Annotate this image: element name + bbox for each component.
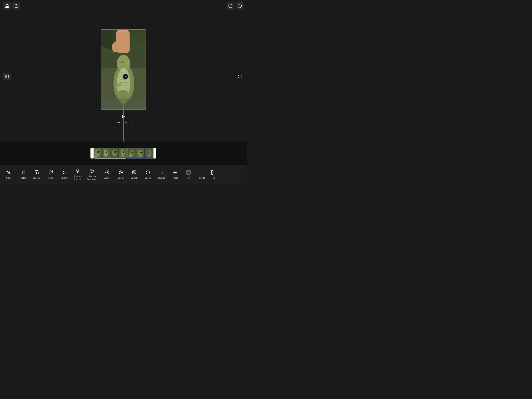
svg-point-31 [114,151,116,153]
tool-flip-h[interactable]: Flip H [195,169,209,181]
undo-button[interactable] [227,2,234,10]
replace-label: Replace [47,177,55,179]
looks-icon [119,170,123,176]
clip-container: 09 [93,148,127,158]
fill-label: Fill [187,177,190,179]
svg-marker-61 [161,171,163,174]
freeze-label: Freeze [172,177,178,179]
remove-background-label: RemoveBackground [87,175,98,181]
timestamp-left: 09 [94,156,96,158]
looks-label: Looks [118,177,124,179]
tool-split[interactable]: Split [1,169,15,181]
tool-flip[interactable]: Flip [209,169,218,181]
reverse-label: Reverse [157,177,165,179]
speed-icon [146,170,150,176]
svg-point-34 [123,151,124,153]
duplicate-label: Duplicate [33,177,42,179]
svg-point-30 [112,150,117,156]
tool-delete[interactable]: Delete [17,169,30,181]
clip-thumb-3 [110,148,119,158]
replace-icon [48,170,53,176]
timeline-track: 09 07 i [90,148,156,158]
bottom-toolbar: Split Delete Duplicate [0,165,247,184]
tool-looks[interactable]: Looks [114,169,127,181]
flip-icon [211,170,216,176]
clip-thumb-2 [102,148,110,158]
enhance-speech-icon [75,168,80,174]
split-label: Split [6,177,10,179]
clip-info-badge: i [146,151,150,155]
adjust-icon [105,170,110,176]
tool-opacity[interactable]: Opacity [127,169,141,181]
tool-volume[interactable]: Volume [57,169,71,181]
tool-remove-background[interactable]: RemoveBackground [84,167,101,182]
flip-h-label: Flip H [199,177,205,179]
reverse-icon [159,170,164,176]
side-panel-button[interactable] [3,73,11,80]
top-toolbar [0,0,247,12]
top-toolbar-left [3,2,20,10]
svg-point-37 [132,152,133,153]
redo-button[interactable] [236,2,244,10]
svg-point-39 [138,150,142,157]
flip-label: Flip [212,177,215,179]
svg-rect-59 [133,171,134,174]
fill-icon [186,170,191,176]
svg-rect-67 [200,171,202,174]
clip-left-handle[interactable] [90,148,93,158]
total-time: 00:15 [125,121,132,124]
tool-fill[interactable]: Fill [182,169,195,181]
speed-label: Speed [145,177,151,179]
tool-reverse[interactable]: Reverse [155,169,168,181]
current-time: 00:00 [115,121,121,124]
playhead-line [123,95,124,141]
clip-right-handle[interactable] [153,148,156,158]
opacity-icon [132,170,137,176]
delete-label: Delete [20,177,27,179]
clip-container-right: 07 i [127,148,153,158]
svg-rect-69 [211,171,213,174]
timestamp-right: 07 [129,155,131,157]
volume-icon [62,170,66,176]
svg-rect-66 [187,171,190,174]
tool-freeze[interactable]: Freeze [168,169,182,181]
volume-label: Volume [61,177,68,179]
home-button[interactable] [3,2,11,10]
svg-point-33 [121,149,125,157]
duplicate-icon [35,170,39,176]
tool-speed[interactable]: Speed [141,169,155,181]
svg-marker-48 [62,171,64,174]
tool-duplicate[interactable]: Duplicate [30,169,44,181]
split-icon [6,170,11,176]
tool-replace[interactable]: Replace [44,169,57,181]
flip-h-icon [200,170,204,176]
delete-icon [21,170,26,176]
clip-thumb-6 [136,148,145,158]
svg-point-28 [106,151,107,153]
svg-point-27 [104,149,108,157]
svg-point-25 [97,151,99,153]
opacity-label: Opacity [131,177,138,179]
expand-button[interactable] [237,73,244,80]
export-button[interactable] [12,2,20,10]
svg-rect-47 [37,172,39,174]
tool-adjust[interactable]: Adjust [101,169,114,181]
enhance-speech-label: EnhanceSpeech [73,175,82,181]
svg-point-55 [107,172,108,173]
svg-point-12 [112,42,119,52]
svg-point-40 [140,152,142,153]
toolbar-divider-1 [16,170,16,179]
freeze-icon [173,170,177,176]
top-toolbar-right [227,2,244,10]
svg-rect-49 [77,169,78,171]
clip-thumb-4 [119,148,127,158]
timeline-area: 09 07 i [0,141,247,165]
tool-enhance-speech[interactable]: EnhanceSpeech [71,167,84,182]
adjust-label: Adjust [104,177,110,179]
remove-background-icon [90,168,95,174]
